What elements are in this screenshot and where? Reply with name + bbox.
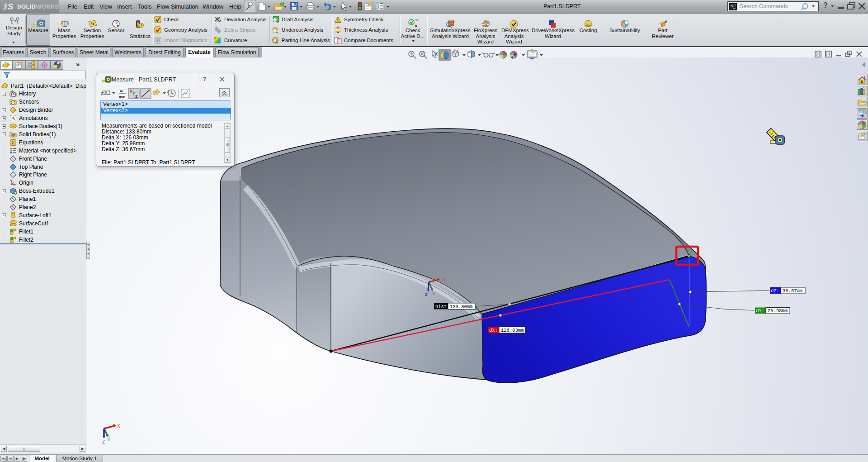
svg-text:Z: Z <box>425 292 428 297</box>
svg-text:Y: Y <box>432 291 435 296</box>
svg-text:25.98mm: 25.98mm <box>768 308 788 314</box>
svg-text:dY:: dY: <box>756 308 764 314</box>
svg-text:126.03mm: 126.03mm <box>501 328 524 333</box>
svg-text:in: in <box>120 89 123 93</box>
svg-text:133.80mm: 133.80mm <box>450 304 472 310</box>
svg-text:dX:: dX: <box>489 328 498 333</box>
svg-text:Y: Y <box>107 437 110 442</box>
svg-text:mm: mm <box>119 95 125 99</box>
svg-text:36.67mm: 36.67mm <box>783 288 802 294</box>
svg-text:Z: Z <box>102 439 105 444</box>
svg-text:SOLIDWORKS: SOLIDWORKS <box>17 3 59 10</box>
svg-text:Z: Z <box>135 94 137 99</box>
svg-text:Σ: Σ <box>12 140 15 145</box>
svg-text:A: A <box>11 115 15 122</box>
svg-text:X: X <box>117 424 120 429</box>
svg-text:dZ:: dZ: <box>771 288 779 294</box>
svg-text:X: X <box>442 277 445 282</box>
svg-text:3: 3 <box>2 2 7 11</box>
svg-text:S: S <box>8 2 13 11</box>
svg-text:Dist:: Dist: <box>435 304 450 310</box>
